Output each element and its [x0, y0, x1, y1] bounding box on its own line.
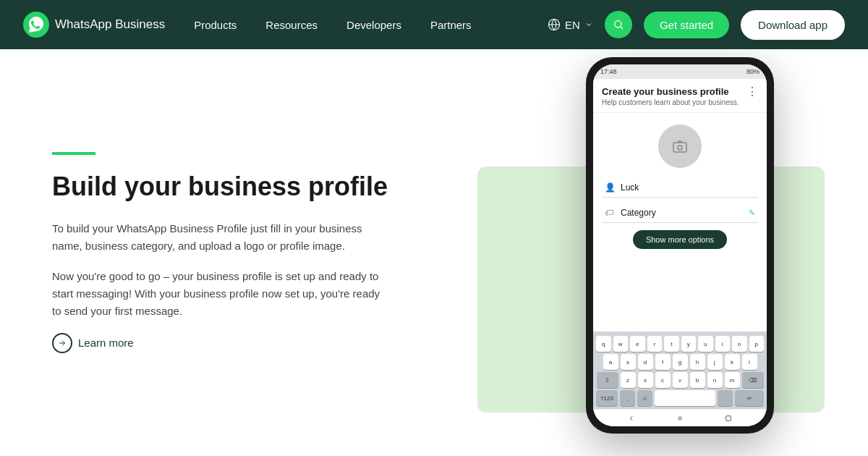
main-content: Build your business profile To build you…: [0, 49, 868, 456]
key-r[interactable]: r: [647, 336, 663, 352]
keyboard-row-4: ?123 , ☺ . ↵: [596, 390, 764, 406]
key-numbers[interactable]: ?123: [596, 390, 618, 406]
navbar: WhatsApp Business Products Resources Dev…: [0, 0, 868, 49]
nav-link-developers[interactable]: Developers: [346, 19, 401, 31]
key-d[interactable]: d: [638, 354, 653, 370]
edit-icon: ✎: [749, 208, 755, 218]
key-o[interactable]: o: [732, 336, 747, 352]
recents-nav-icon[interactable]: [723, 413, 734, 424]
show-more-button[interactable]: Show more options: [633, 230, 727, 249]
key-space[interactable]: [655, 390, 715, 406]
category-value: Category: [621, 208, 743, 218]
avatar-upload: [658, 124, 702, 168]
phone-title-group: Create your business profile Help custom…: [602, 86, 739, 106]
key-l[interactable]: l: [742, 354, 757, 370]
key-i[interactable]: i: [715, 336, 731, 352]
category-field: 🏷 Category ✎: [602, 203, 758, 223]
nav-right: EN Get started Download app: [548, 10, 845, 40]
back-nav-icon[interactable]: [626, 413, 637, 424]
home-nav-icon[interactable]: [674, 413, 686, 424]
hero-desc-2: Now you're good to go – your business pr…: [52, 268, 391, 320]
person-icon: 👤: [605, 182, 615, 193]
key-period[interactable]: .: [718, 390, 733, 406]
brand-logo[interactable]: WhatsApp Business: [23, 12, 165, 38]
phone-inner: 17:48 80% Create your business profile H…: [593, 64, 767, 426]
key-t[interactable]: t: [664, 336, 679, 352]
key-q[interactable]: q: [596, 336, 611, 352]
key-y[interactable]: y: [681, 336, 697, 352]
keyboard-row-3: ⇧ z x c v b n m ⌫: [596, 372, 764, 388]
learn-more-arrow-icon: [52, 333, 72, 353]
key-backspace[interactable]: ⌫: [742, 372, 764, 388]
phone-title-bar: Create your business profile Help custom…: [593, 79, 767, 113]
accent-bar: [52, 152, 95, 155]
keyboard-row-1: q w e r t y u i o p: [596, 336, 764, 352]
svg-rect-3: [673, 143, 686, 152]
phone-mockup: 17:48 80% Create your business profile H…: [586, 57, 774, 434]
menu-dots-icon: ⋮: [746, 86, 758, 98]
phone-form: 👤 Luck 🏷 Category ✎: [602, 178, 758, 223]
key-a[interactable]: a: [603, 354, 618, 370]
key-e[interactable]: e: [630, 336, 645, 352]
globe-icon: [548, 18, 561, 31]
phone-title: Create your business profile: [602, 86, 739, 97]
key-n[interactable]: n: [707, 372, 723, 388]
key-h[interactable]: h: [690, 354, 705, 370]
key-w[interactable]: w: [613, 336, 629, 352]
language-selector[interactable]: EN: [548, 18, 593, 31]
key-k[interactable]: k: [725, 354, 740, 370]
key-shift[interactable]: ⇧: [597, 372, 618, 388]
status-battery: 80%: [746, 68, 760, 75]
search-icon: [613, 19, 624, 30]
key-g[interactable]: g: [673, 354, 688, 370]
chevron-down-icon: [584, 20, 593, 29]
nav-link-products[interactable]: Products: [194, 19, 237, 31]
hero-left: Build your business profile To build you…: [0, 109, 434, 396]
phone-status-bar: 17:48 80%: [593, 64, 767, 79]
key-p[interactable]: p: [749, 336, 765, 352]
key-u[interactable]: u: [698, 336, 713, 352]
download-app-button[interactable]: Download app: [741, 10, 845, 40]
phone-subtitle: Help customers learn about your business…: [602, 98, 739, 106]
key-j[interactable]: j: [707, 354, 723, 370]
key-comma[interactable]: ,: [620, 390, 635, 406]
nav-link-resources[interactable]: Resources: [265, 19, 318, 31]
phone-outer: 17:48 80% Create your business profile H…: [586, 57, 774, 434]
camera-icon: [671, 138, 689, 155]
status-time: 17:48: [600, 68, 617, 75]
keyboard: q w e r t y u i o p a: [593, 332, 767, 409]
get-started-button[interactable]: Get started: [644, 12, 729, 38]
keyboard-row-2: a s d f g h j k l: [596, 354, 764, 370]
lang-label: EN: [565, 19, 580, 31]
key-enter[interactable]: ↵: [735, 390, 764, 406]
key-emoji[interactable]: ☺: [637, 390, 652, 406]
hero-right: 17:48 80% Create your business profile H…: [434, 49, 868, 456]
phone-body: 👤 Luck 🏷 Category ✎ Show more options: [593, 113, 767, 332]
svg-point-4: [678, 145, 682, 150]
key-x[interactable]: x: [638, 372, 653, 388]
brand-name: WhatsApp Business: [55, 17, 165, 32]
key-f[interactable]: f: [655, 354, 671, 370]
phone-nav-bar: [593, 409, 767, 426]
key-b[interactable]: b: [690, 372, 705, 388]
main-heading: Build your business profile: [52, 171, 391, 202]
category-icon: 🏷: [605, 208, 615, 218]
svg-point-5: [678, 416, 681, 419]
nav-links: Products Resources Developers Partners: [194, 19, 548, 31]
svg-rect-6: [726, 415, 731, 421]
key-c[interactable]: c: [655, 372, 671, 388]
key-s[interactable]: s: [621, 354, 636, 370]
name-value: Luck: [621, 182, 755, 193]
search-button[interactable]: [605, 11, 632, 38]
key-m[interactable]: m: [725, 372, 740, 388]
key-z[interactable]: z: [621, 372, 636, 388]
learn-more-link[interactable]: Learn more: [52, 333, 391, 353]
learn-more-label: Learn more: [78, 337, 134, 349]
nav-link-partners[interactable]: Partners: [430, 19, 472, 31]
hero-desc-1: To build your WhatsApp Business Profile …: [52, 220, 391, 255]
name-field: 👤 Luck: [602, 178, 758, 198]
key-v[interactable]: v: [673, 372, 688, 388]
